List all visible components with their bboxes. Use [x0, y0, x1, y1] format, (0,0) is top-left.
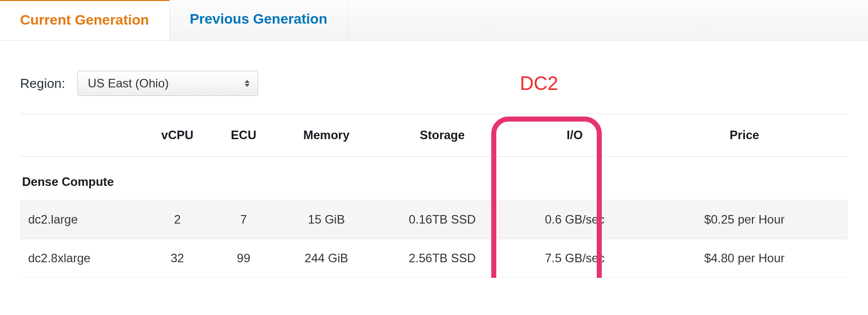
- cell-memory: 244 GiB: [277, 239, 376, 278]
- cell-storage: 2.56TB SSD: [376, 239, 509, 278]
- region-row: Region: US East (Ohio): [20, 53, 848, 114]
- table-row: dc2.8xlarge 32 99 244 GiB 2.56TB SSD 7.5…: [20, 239, 848, 278]
- col-vcpu: vCPU: [144, 114, 210, 157]
- cell-io: 0.6 GB/sec: [508, 200, 641, 239]
- cell-name: dc2.8xlarge: [20, 239, 144, 278]
- generation-tabs: Current Generation Previous Generation: [0, 0, 868, 41]
- table-row: dc2.large 2 7 15 GiB 0.16TB SSD 0.6 GB/s…: [20, 200, 848, 239]
- cell-price: $0.25 per Hour: [641, 200, 848, 239]
- col-ecu: ECU: [210, 114, 277, 157]
- cell-ecu: 99: [210, 239, 277, 278]
- col-name: [20, 114, 144, 157]
- region-select[interactable]: US East (Ohio): [77, 71, 258, 96]
- col-storage: Storage: [376, 114, 509, 157]
- cell-name: dc2.large: [20, 200, 144, 239]
- cell-price: $4.80 per Hour: [641, 239, 848, 278]
- tab-current-label: Current Generation: [20, 12, 149, 28]
- col-io: I/O: [508, 114, 641, 157]
- col-price: Price: [641, 114, 848, 157]
- tab-current-generation[interactable]: Current Generation: [0, 0, 170, 40]
- table-section-row: Dense Compute: [20, 157, 848, 200]
- cell-memory: 15 GiB: [277, 200, 376, 239]
- cell-io: 7.5 GB/sec: [508, 239, 641, 278]
- chevron-sort-icon: [245, 80, 250, 87]
- tab-previous-generation[interactable]: Previous Generation: [170, 0, 348, 40]
- pricing-table: vCPU ECU Memory Storage I/O Price Dense …: [20, 114, 848, 278]
- cell-storage: 0.16TB SSD: [376, 200, 509, 239]
- region-select-value: US East (Ohio): [88, 76, 169, 90]
- cell-vcpu: 32: [144, 239, 210, 278]
- col-memory: Memory: [277, 114, 376, 157]
- section-title: Dense Compute: [20, 157, 848, 200]
- region-label: Region:: [20, 76, 65, 91]
- cell-ecu: 7: [210, 200, 277, 239]
- cell-vcpu: 2: [144, 200, 210, 239]
- tab-previous-label: Previous Generation: [190, 11, 328, 27]
- table-header-row: vCPU ECU Memory Storage I/O Price: [20, 114, 848, 157]
